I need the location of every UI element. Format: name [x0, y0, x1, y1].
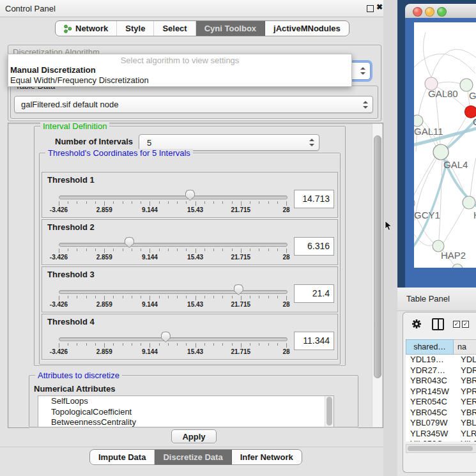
table-row[interactable]: YLR345WYLR3	[406, 429, 476, 440]
network-edge[interactable]	[431, 49, 476, 77]
settings-gear-icon[interactable]	[411, 318, 422, 330]
tick-label: 28	[282, 206, 289, 213]
select-columns-checkbox-icon[interactable]: ✓	[462, 321, 469, 328]
threshold-value-field[interactable]: 21.4	[294, 284, 334, 303]
mac-minimize-button[interactable]	[425, 7, 434, 17]
slider-track[interactable]	[59, 196, 288, 199]
tab-network[interactable]: Network	[56, 21, 117, 36]
threshold-value-field[interactable]: 6.316	[294, 237, 334, 256]
minor-tick	[68, 201, 68, 204]
network-edge[interactable]	[443, 207, 464, 243]
tab-discretize-data[interactable]: Discretize Data	[155, 450, 231, 464]
tab-select[interactable]: Select	[154, 21, 196, 36]
mac-close-button[interactable]	[413, 7, 422, 17]
network-node-label: HAP2	[441, 250, 466, 261]
scrollbar-thumb[interactable]	[326, 397, 332, 426]
minor-tick	[132, 201, 132, 204]
minor-tick	[77, 201, 77, 204]
tab-style[interactable]: Style	[117, 21, 154, 36]
threshold-value-field[interactable]: 14.713	[294, 190, 334, 208]
threshold-label: Threshold 2	[47, 222, 95, 232]
network-node-gal11[interactable]	[414, 115, 423, 127]
major-tick	[59, 201, 59, 206]
attribute-list-item[interactable]: BetweennessCentrality	[38, 417, 334, 427]
threshold-value-field[interactable]: 11.344	[294, 332, 334, 350]
threshold-label: Threshold 3	[47, 270, 95, 279]
network-node-label: GA	[469, 90, 476, 101]
minor-tick	[86, 296, 87, 298]
table-row[interactable]: YBR045CYBR0	[406, 408, 476, 418]
table-horizontal-scrollbar[interactable]	[406, 444, 476, 453]
minor-tick	[68, 249, 68, 251]
table-data-combobox[interactable]: galFiltered.sif default node	[14, 96, 373, 113]
tab-infer-network[interactable]: Infer Network	[232, 450, 302, 464]
network-edge[interactable]	[414, 54, 475, 73]
slider-track[interactable]	[59, 290, 288, 294]
minor-tick	[259, 296, 259, 298]
slider-track[interactable]	[59, 243, 288, 247]
float-window-icon[interactable]	[367, 5, 374, 12]
tab-jactivemnodules[interactable]: jActiveMNodules	[265, 21, 349, 36]
close-icon[interactable]: ✖	[376, 3, 383, 12]
tick-label: 21.715	[231, 348, 251, 355]
network-edge[interactable]	[414, 157, 435, 199]
network-window-background: GAL80GACGAL11GAL4GCY1HAHAP2	[405, 18, 476, 288]
minor-tick	[232, 201, 233, 204]
table-row[interactable]: YDL19…YDL1	[406, 355, 476, 365]
network-edge[interactable]	[438, 82, 460, 84]
network-canvas[interactable]: GAL80GACGAL11GAL4GCY1HAHAP2	[414, 22, 476, 268]
select-columns-checkbox-icon[interactable]: ✓	[453, 321, 460, 328]
major-tick	[241, 343, 242, 348]
combobox-spinner-icon	[360, 67, 365, 75]
apply-button[interactable]: Apply	[171, 429, 217, 443]
minor-tick	[213, 249, 214, 251]
threshold-box-2: Threshold 2-3.4262.8599.14415.4321.71528…	[42, 219, 338, 265]
column-layout-icon[interactable]	[432, 318, 444, 330]
numerical-attributes-list[interactable]: SelfLoopsTopologicalCoefficientBetweenne…	[38, 395, 334, 427]
network-edge[interactable]	[424, 33, 431, 77]
dropdown-option-equal-width[interactable]: Equal Width/Frequency Discretization	[8, 75, 351, 86]
tick-label: 2.859	[96, 301, 112, 308]
tab-label: Select	[162, 24, 187, 33]
attribute-list-item[interactable]: SelfLoops	[38, 396, 334, 407]
minor-tick	[168, 249, 169, 251]
table-cell: YIL0	[457, 439, 476, 441]
network-node-gal4[interactable]	[433, 144, 449, 160]
network-edge[interactable]	[414, 160, 447, 247]
scrollbar-thumb[interactable]	[408, 446, 473, 451]
mac-zoom-button[interactable]	[437, 7, 447, 17]
tick-label: 2.859	[96, 254, 112, 261]
table-panel-title: Table Panel	[406, 294, 450, 303]
minor-tick	[268, 201, 269, 204]
minor-tick	[132, 343, 132, 346]
table-row[interactable]: YPR145WYPR1	[406, 387, 476, 397]
panel-title: Control Panel	[5, 4, 56, 13]
slider-track[interactable]	[59, 337, 288, 341]
panel-vertical-scrollbar[interactable]	[372, 124, 382, 427]
table-row[interactable]: YBR043CYBR0	[406, 376, 476, 387]
tab-impute-data[interactable]: Impute Data	[90, 450, 155, 464]
table-header-cell[interactable]: na	[454, 339, 476, 355]
table-cell: YIL052C	[406, 439, 457, 441]
dropdown-option-manual[interactable]: Manual Discretization	[8, 65, 351, 75]
table-header-cell[interactable]: shared…	[406, 339, 454, 355]
table-row[interactable]: YBL079WYBL0	[406, 418, 476, 429]
network-node-gcy1[interactable]	[414, 197, 415, 209]
table-cell: YER0	[457, 397, 476, 408]
minor-tick	[186, 201, 187, 204]
tab-cyni-toolbox[interactable]: Cyni Toolbox	[196, 21, 265, 36]
network-edge[interactable]	[439, 160, 442, 240]
network-node-ha[interactable]	[463, 196, 475, 209]
dropdown-placeholder-item[interactable]: Select algorithm to view settings	[8, 56, 351, 65]
table-panel: Table Panel ✓ ✓ shared… na YDL19…YDL1YDR…	[397, 288, 476, 476]
attribute-list-item[interactable]: TopologicalCoefficient	[38, 407, 334, 418]
table-row[interactable]: YER054CYER0	[406, 397, 476, 408]
attributes-list-scrollbar[interactable]	[325, 396, 334, 427]
scrollbar-thumb[interactable]	[374, 135, 381, 378]
major-tick	[150, 249, 150, 253]
network-node-ga[interactable]	[460, 79, 473, 91]
network-edge[interactable]	[418, 88, 427, 116]
table-row[interactable]: YIL052CYIL0	[406, 439, 476, 441]
table-row[interactable]: YDR27…YDR2	[406, 365, 476, 376]
network-edge[interactable]	[470, 158, 476, 196]
